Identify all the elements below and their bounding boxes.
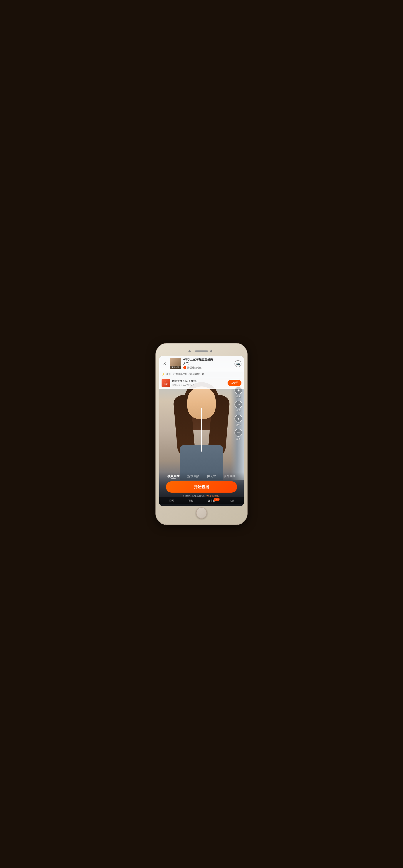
nav-video-label: 视频 [188, 499, 194, 503]
notice-bar[interactable]: ⚡ 注意：严禁直播中出现着装暴露、炒... › [160, 371, 243, 377]
title-content: 6字以上的标题更能提高 人气 ✓ 开播通知粉丝 [183, 358, 232, 369]
agreement-text: 开播默认已阅读并同意 《快手直播规... [160, 494, 243, 497]
home-button[interactable] [196, 507, 207, 519]
more-label: 更多 [236, 437, 240, 440]
nav-ksong[interactable]: K歌 [230, 499, 234, 503]
notice-icon: ⚡ [162, 373, 165, 376]
agreement-link[interactable]: 《快手直播规... [205, 495, 220, 497]
notify-row: ✓ 开播通知粉丝 [183, 366, 232, 369]
coupon-amount: 10 [164, 382, 168, 385]
camera-switch-button[interactable]: 📷 [234, 360, 241, 367]
close-button[interactable]: ✕ [162, 361, 168, 367]
title-bar: ✕ 更新封面 6字以上的标题更能提高 人气 ✓ 开播通知粉丝 📷 [160, 356, 243, 371]
agreement-prefix: 开播默认已阅读并同意 [183, 495, 205, 497]
notice-text: 注意：严禁直播中出现着装暴露、炒... [166, 373, 239, 376]
nav-ksong-label: K歌 [230, 499, 234, 503]
earn-money-button[interactable]: ¥ 赚钱 [234, 415, 242, 426]
tab-voice-live[interactable]: 语音直播 [224, 474, 236, 478]
right-sidebar: ✦ 美化 ↗ 分享 ¥ 赚钱 ··· 更多 [234, 386, 242, 440]
use-coupon-button[interactable]: 去使用 [228, 380, 241, 386]
share-label: 分享 [236, 409, 240, 412]
more-button[interactable]: ··· 更多 [234, 429, 242, 440]
nav-photo-label: 拍照 [169, 499, 174, 503]
coupon-icon: ¥ 10 [162, 379, 170, 387]
earphones [201, 408, 202, 452]
share-button[interactable]: ↗ 分享 [234, 401, 242, 412]
check-icon: ✓ [183, 366, 186, 369]
coupon-info: 优质主播专享·直播推... 有效期至：2020.08.29 [172, 379, 226, 386]
cover-update-label: 更新封面 [170, 366, 181, 369]
coupon-title: 优质主播专享·直播推... [172, 379, 226, 383]
coupon-yuan: ¥ [166, 380, 166, 382]
phone-bottom-bar [160, 507, 243, 519]
notice-arrow-icon: › [240, 373, 241, 376]
person [173, 382, 230, 480]
nav-live[interactable]: 开直播 LIVE [208, 499, 215, 503]
bottom-area: 视频直播 游戏直播 聊天室 语音直播 开始直播 开播默认已阅读并同意 《快手直播… [160, 472, 243, 506]
tab-video-live[interactable]: 视频直播 [167, 474, 179, 478]
more-icon: ··· [234, 429, 242, 437]
stream-type-tabs: 视频直播 游戏直播 聊天室 语音直播 [160, 472, 243, 479]
tab-game-live[interactable]: 游戏直播 [187, 474, 199, 478]
earn-money-label: 赚钱 [236, 423, 240, 426]
start-live-button[interactable]: 开始直播 [166, 481, 237, 493]
beautify-label: 美化 [236, 395, 240, 398]
front-camera [189, 350, 191, 352]
beautify-button[interactable]: ✦ 美化 [234, 386, 242, 398]
cover-thumbnail[interactable]: 更新封面 [170, 358, 181, 369]
earn-money-icon: ¥ [234, 415, 242, 423]
camera-preview [160, 382, 243, 480]
coupon-expire: 有效期至：2020.08.29 [172, 383, 226, 386]
phone-screen: ✕ 更新封面 6字以上的标题更能提高 人气 ✓ 开播通知粉丝 📷 [160, 356, 243, 506]
beautify-icon: ✦ [234, 386, 242, 394]
nav-video[interactable]: 视频 [188, 499, 194, 503]
proximity-sensor [210, 350, 212, 352]
tab-chat-room[interactable]: 聊天室 [207, 474, 216, 478]
stream-title[interactable]: 6字以上的标题更能提高 人气 [183, 358, 232, 365]
phone-top-bar [160, 347, 243, 355]
earpiece-speaker [195, 350, 208, 352]
top-overlay: ✕ 更新封面 6字以上的标题更能提高 人气 ✓ 开播通知粉丝 📷 [160, 356, 243, 389]
share-icon: ↗ [234, 401, 242, 408]
bottom-nav: 拍照 视频 开直播 LIVE K歌 [160, 497, 243, 504]
phone-frame: ✕ 更新封面 6字以上的标题更能提高 人气 ✓ 开播通知粉丝 📷 [156, 343, 247, 525]
coupon-bar: ¥ 10 优质主播专享·直播推... 有效期至：2020.08.29 去使用 [160, 377, 243, 389]
nav-photo[interactable]: 拍照 [169, 499, 174, 503]
notify-text: 开播通知粉丝 [187, 366, 202, 369]
live-badge: LIVE [214, 498, 220, 501]
